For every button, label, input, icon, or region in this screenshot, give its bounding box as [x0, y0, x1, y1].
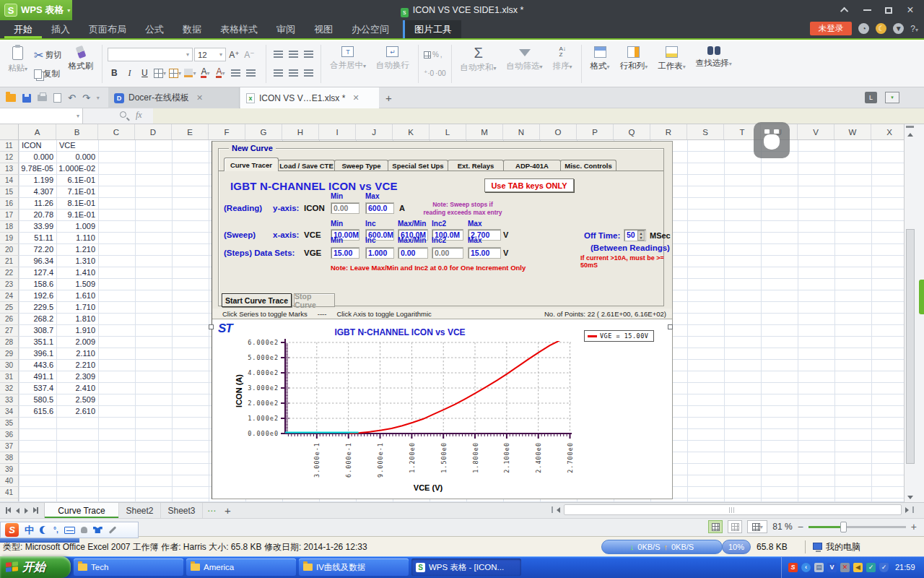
ct-tab-curve-tracer[interactable]: Curve Tracer [224, 158, 279, 171]
increase-decimal-button[interactable]: ⁺·0 [424, 69, 434, 77]
close-tab-icon[interactable]: ✕ [196, 93, 203, 103]
cell-B30[interactable]: 2.210 [56, 360, 98, 371]
column-header-S[interactable]: S [687, 124, 724, 139]
ribbon-tab-1[interactable]: 开始 [4, 20, 42, 38]
ribbon-tab-10[interactable]: 图片工具 [403, 20, 461, 38]
wrap-text-button[interactable]: ↵ 自动换行 [371, 41, 414, 87]
field-input[interactable]: 0.00 [398, 247, 428, 259]
tray-ime-icon[interactable]: ✓ [866, 563, 876, 572]
bold-button[interactable]: B [108, 66, 121, 80]
skin-icon[interactable]: ◔ [858, 23, 869, 34]
custom-view-button[interactable]: ▾ [747, 520, 767, 533]
column-header-R[interactable]: R [650, 124, 687, 139]
cell-A34[interactable]: 615.6 [19, 406, 56, 418]
ribbon-tab-8[interactable]: 视图 [305, 20, 342, 38]
tray-volume-icon[interactable]: ◀ [853, 563, 863, 572]
qat-dropdown-icon[interactable]: ▾ [97, 95, 100, 101]
name-box[interactable]: ▾ [0, 108, 83, 124]
tab-active-document[interactable]: x ICON VS V…E1.xlsx * ✕ [240, 87, 379, 108]
row-header-24[interactable]: 24 [0, 290, 19, 302]
row-header-33[interactable]: 33 [0, 394, 19, 406]
sort-button[interactable]: A↓Z 排序▾ [548, 41, 578, 87]
row-header-39[interactable]: 39 [0, 464, 19, 475]
column-header-I[interactable]: I [319, 124, 356, 139]
taskbar-button-1[interactable]: Tech [74, 558, 183, 576]
cell-A12[interactable]: 0.000 [19, 152, 56, 163]
column-header-L[interactable]: L [430, 124, 466, 139]
cell-B39[interactable] [56, 464, 98, 475]
increase-font-button[interactable]: A⁺ [227, 48, 241, 61]
cell-B41[interactable] [56, 487, 98, 499]
tray-sogou-icon[interactable]: S [788, 563, 798, 572]
copy-button[interactable]: 复制 [34, 69, 61, 79]
taskbar-button-4[interactable]: SWPS 表格 - [ICON... [411, 558, 521, 576]
column-header-W[interactable]: W [834, 124, 871, 139]
ct-tab-sweep-type[interactable]: Sweep Type [334, 160, 388, 171]
cell-A30[interactable]: 443.6 [19, 360, 56, 371]
taskbar-button-3[interactable]: IV曲线及数据 [299, 558, 409, 576]
row-header-18[interactable]: 18 [0, 221, 19, 233]
column-header-V[interactable]: V [798, 124, 834, 139]
ct-tab-ext-relays[interactable]: Ext. Relays [448, 160, 504, 171]
cell-B37[interactable] [56, 441, 98, 452]
row-header-17[interactable]: 17 [0, 210, 19, 221]
field-input[interactable]: 0.00 [331, 202, 359, 214]
cell-B32[interactable]: 2.410 [56, 383, 98, 394]
sheet-tab-sheet2[interactable]: Sheet2 [119, 503, 161, 518]
align-right-button[interactable] [302, 66, 315, 80]
column-header-E[interactable]: E [172, 124, 209, 139]
ime-settings-icon[interactable] [108, 526, 116, 534]
ime-fullwidth-icon[interactable] [40, 526, 48, 534]
column-header-X[interactable]: X [871, 124, 904, 139]
cell-A21[interactable]: 96.34 [19, 256, 56, 267]
autosum-button[interactable]: Σ 自动求和▾ [456, 41, 502, 87]
cell-A20[interactable]: 72.20 [19, 244, 56, 256]
cut-button[interactable]: ✂剪切 [34, 48, 61, 62]
field-input[interactable]: 15.00 [331, 247, 359, 259]
format-painter-button[interactable]: 格式刷 [63, 41, 98, 87]
cell-A32[interactable]: 537.4 [19, 383, 56, 394]
ime-keyboard-icon[interactable] [64, 527, 75, 534]
column-header-J[interactable]: J [356, 124, 393, 139]
row-header-14[interactable]: 14 [0, 175, 19, 186]
borders-button[interactable]: ▾ [153, 66, 167, 80]
align-top-button[interactable] [271, 48, 285, 61]
column-header-H[interactable]: H [282, 124, 319, 139]
font-name-select[interactable]: ▾ [108, 48, 193, 61]
hscroll-track[interactable] [564, 504, 902, 515]
ribbon-tab-6[interactable]: 表格样式 [211, 20, 267, 38]
ct-tab-load-save-cte[interactable]: Load / Save CTE [278, 160, 335, 171]
ct-tab-special-set-ups[interactable]: Special Set Ups [388, 160, 448, 171]
column-header-F[interactable]: F [209, 124, 245, 139]
maximize-button[interactable] [878, 0, 899, 20]
open-folder-icon[interactable] [6, 94, 16, 102]
worksheet-button[interactable]: 工作表▾ [653, 41, 691, 87]
scroll-up-icon[interactable] [907, 133, 913, 137]
prev-sheet-button[interactable] [16, 508, 19, 514]
cell-B12[interactable]: 0.000 [56, 152, 98, 163]
row-header-21[interactable]: 21 [0, 256, 19, 267]
theme-icon[interactable]: ▼ [893, 23, 904, 34]
cell-A40[interactable] [19, 475, 56, 487]
cell-B17[interactable]: 9.1E-01 [56, 210, 98, 221]
cell-A16[interactable]: 11.26 [19, 198, 56, 210]
column-header-P[interactable]: P [577, 124, 614, 139]
rows-columns-button[interactable]: 行和列▾ [615, 41, 653, 87]
increase-indent-button[interactable] [244, 66, 258, 80]
ime-punctuation-icon[interactable]: °, [53, 526, 58, 534]
cell-B33[interactable]: 2.509 [56, 394, 98, 406]
align-bottom-button[interactable] [302, 48, 315, 61]
cell-A37[interactable] [19, 441, 56, 452]
new-tab-button[interactable]: + [385, 92, 392, 104]
highlight-color-button[interactable]: A▾ [214, 66, 227, 80]
cell-A24[interactable]: 192.6 [19, 290, 56, 302]
row-header-16[interactable]: 16 [0, 198, 19, 210]
cell-B15[interactable]: 7.1E-01 [56, 186, 98, 198]
scrollbar-thumb[interactable] [906, 229, 915, 464]
add-sheet-button[interactable]: + [220, 503, 235, 518]
split-handle[interactable] [906, 126, 914, 128]
merge-center-button[interactable]: T 合并居中▾ [325, 41, 371, 87]
select-all-corner[interactable] [0, 124, 19, 139]
vertical-scrollbar[interactable] [904, 124, 915, 502]
cell-B29[interactable]: 2.110 [56, 348, 98, 360]
